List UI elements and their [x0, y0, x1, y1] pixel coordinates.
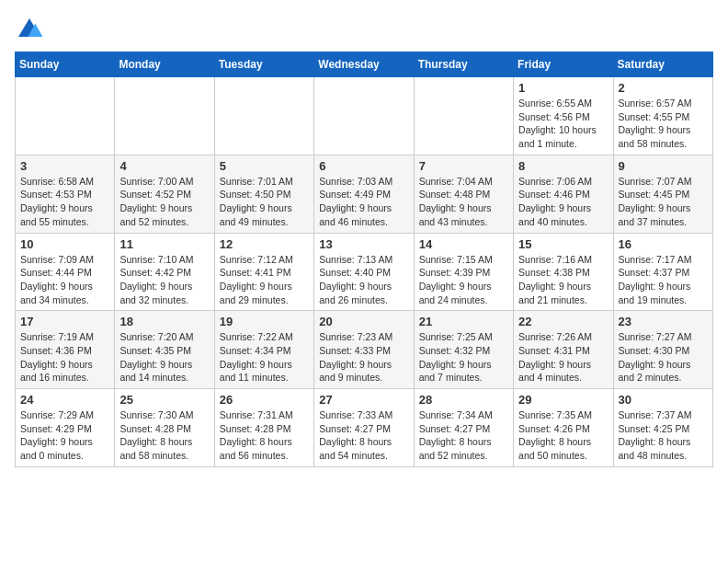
weekday-monday: Monday — [115, 52, 214, 77]
weekday-wednesday: Wednesday — [314, 52, 414, 77]
day-cell: 5Sunrise: 7:01 AMSunset: 4:50 PMDaylight… — [214, 155, 313, 233]
day-cell: 30Sunrise: 7:37 AMSunset: 4:25 PMDayligh… — [613, 389, 712, 467]
day-detail: Sunrise: 7:17 AMSunset: 4:37 PMDaylight:… — [619, 253, 708, 307]
day-number: 7 — [419, 159, 508, 173]
logo — [15, 15, 48, 40]
day-cell: 9Sunrise: 7:07 AMSunset: 4:45 PMDaylight… — [613, 155, 712, 233]
day-cell — [214, 77, 313, 155]
day-cell: 21Sunrise: 7:25 AMSunset: 4:32 PMDayligh… — [414, 311, 513, 389]
day-number: 9 — [619, 159, 708, 173]
day-detail: Sunrise: 7:06 AMSunset: 4:46 PMDaylight:… — [518, 175, 608, 229]
day-number: 26 — [220, 393, 309, 407]
day-cell: 24Sunrise: 7:29 AMSunset: 4:29 PMDayligh… — [16, 389, 115, 467]
day-number: 27 — [319, 393, 408, 407]
day-number: 21 — [419, 315, 508, 328]
day-cell: 11Sunrise: 7:10 AMSunset: 4:42 PMDayligh… — [115, 233, 214, 311]
day-number: 5 — [220, 159, 309, 173]
day-detail: Sunrise: 7:34 AMSunset: 4:27 PMDaylight:… — [419, 408, 508, 463]
day-cell: 2Sunrise: 6:57 AMSunset: 4:55 PMDaylight… — [613, 77, 712, 155]
day-number: 10 — [20, 237, 109, 251]
day-number: 2 — [619, 81, 708, 95]
day-detail: Sunrise: 7:01 AMSunset: 4:50 PMDaylight:… — [220, 175, 309, 229]
week-row-0: 1Sunrise: 6:55 AMSunset: 4:56 PMDaylight… — [16, 77, 713, 155]
day-detail: Sunrise: 7:27 AMSunset: 4:30 PMDaylight:… — [619, 330, 708, 385]
weekday-friday: Friday — [514, 52, 613, 77]
week-row-1: 3Sunrise: 6:58 AMSunset: 4:53 PMDaylight… — [16, 155, 713, 233]
day-number: 3 — [20, 159, 109, 173]
day-cell: 12Sunrise: 7:12 AMSunset: 4:41 PMDayligh… — [214, 233, 313, 311]
day-number: 25 — [119, 393, 209, 407]
day-cell — [414, 77, 513, 155]
day-cell: 8Sunrise: 7:06 AMSunset: 4:46 PMDaylight… — [514, 155, 613, 233]
day-detail: Sunrise: 7:10 AMSunset: 4:42 PMDaylight:… — [119, 253, 209, 307]
day-cell: 27Sunrise: 7:33 AMSunset: 4:27 PMDayligh… — [314, 389, 414, 467]
day-detail: Sunrise: 7:26 AMSunset: 4:31 PMDaylight:… — [518, 330, 608, 385]
day-cell: 28Sunrise: 7:34 AMSunset: 4:27 PMDayligh… — [414, 389, 513, 467]
weekday-sunday: Sunday — [16, 52, 115, 77]
day-number: 4 — [119, 159, 209, 173]
day-cell: 23Sunrise: 7:27 AMSunset: 4:30 PMDayligh… — [613, 311, 712, 389]
day-detail: Sunrise: 7:20 AMSunset: 4:35 PMDaylight:… — [119, 330, 209, 385]
day-detail: Sunrise: 7:33 AMSunset: 4:27 PMDaylight:… — [319, 408, 408, 463]
day-number: 11 — [119, 237, 209, 251]
day-detail: Sunrise: 7:37 AMSunset: 4:25 PMDaylight:… — [619, 408, 708, 463]
day-detail: Sunrise: 7:09 AMSunset: 4:44 PMDaylight:… — [20, 253, 109, 307]
day-cell: 6Sunrise: 7:03 AMSunset: 4:49 PMDaylight… — [314, 155, 414, 233]
week-row-2: 10Sunrise: 7:09 AMSunset: 4:44 PMDayligh… — [16, 233, 713, 311]
weekday-tuesday: Tuesday — [214, 52, 313, 77]
logo-icon — [15, 15, 44, 40]
day-detail: Sunrise: 6:57 AMSunset: 4:55 PMDaylight:… — [619, 97, 708, 151]
day-cell: 1Sunrise: 6:55 AMSunset: 4:56 PMDaylight… — [514, 77, 613, 155]
day-number: 16 — [619, 237, 708, 251]
page-header — [15, 15, 713, 40]
weekday-saturday: Saturday — [613, 52, 712, 77]
day-detail: Sunrise: 7:22 AMSunset: 4:34 PMDaylight:… — [220, 330, 309, 385]
day-detail: Sunrise: 7:15 AMSunset: 4:39 PMDaylight:… — [419, 253, 508, 307]
day-number: 28 — [419, 393, 508, 407]
day-cell: 13Sunrise: 7:13 AMSunset: 4:40 PMDayligh… — [314, 233, 414, 311]
day-detail: Sunrise: 7:12 AMSunset: 4:41 PMDaylight:… — [220, 253, 309, 307]
day-detail: Sunrise: 7:00 AMSunset: 4:52 PMDaylight:… — [119, 175, 209, 229]
day-detail: Sunrise: 7:35 AMSunset: 4:26 PMDaylight:… — [518, 408, 608, 463]
day-number: 29 — [518, 393, 608, 407]
day-cell: 3Sunrise: 6:58 AMSunset: 4:53 PMDaylight… — [16, 155, 115, 233]
day-detail: Sunrise: 6:58 AMSunset: 4:53 PMDaylight:… — [20, 175, 109, 229]
day-number: 23 — [619, 315, 708, 328]
day-detail: Sunrise: 7:30 AMSunset: 4:28 PMDaylight:… — [119, 408, 209, 463]
day-cell — [16, 77, 115, 155]
day-number: 18 — [119, 315, 209, 328]
day-number: 6 — [319, 159, 408, 173]
day-cell — [115, 77, 214, 155]
day-cell: 14Sunrise: 7:15 AMSunset: 4:39 PMDayligh… — [414, 233, 513, 311]
day-detail: Sunrise: 7:25 AMSunset: 4:32 PMDaylight:… — [419, 330, 508, 385]
day-cell — [314, 77, 414, 155]
day-detail: Sunrise: 7:29 AMSunset: 4:29 PMDaylight:… — [20, 408, 109, 463]
day-cell: 25Sunrise: 7:30 AMSunset: 4:28 PMDayligh… — [115, 389, 214, 467]
day-detail: Sunrise: 7:03 AMSunset: 4:49 PMDaylight:… — [319, 175, 408, 229]
day-number: 20 — [319, 315, 408, 328]
day-number: 12 — [220, 237, 309, 251]
day-number: 15 — [518, 237, 608, 251]
day-cell: 15Sunrise: 7:16 AMSunset: 4:38 PMDayligh… — [514, 233, 613, 311]
day-cell: 17Sunrise: 7:19 AMSunset: 4:36 PMDayligh… — [16, 311, 115, 389]
day-number: 13 — [319, 237, 408, 251]
week-row-3: 17Sunrise: 7:19 AMSunset: 4:36 PMDayligh… — [16, 311, 713, 389]
day-cell: 18Sunrise: 7:20 AMSunset: 4:35 PMDayligh… — [115, 311, 214, 389]
day-number: 8 — [518, 159, 608, 173]
day-detail: Sunrise: 7:31 AMSunset: 4:28 PMDaylight:… — [220, 408, 309, 463]
day-detail: Sunrise: 7:19 AMSunset: 4:36 PMDaylight:… — [20, 330, 109, 385]
day-number: 22 — [518, 315, 608, 328]
day-cell: 20Sunrise: 7:23 AMSunset: 4:33 PMDayligh… — [314, 311, 414, 389]
day-number: 17 — [20, 315, 109, 328]
week-row-4: 24Sunrise: 7:29 AMSunset: 4:29 PMDayligh… — [16, 389, 713, 467]
day-cell: 19Sunrise: 7:22 AMSunset: 4:34 PMDayligh… — [214, 311, 313, 389]
day-detail: Sunrise: 7:13 AMSunset: 4:40 PMDaylight:… — [319, 253, 408, 307]
day-cell: 10Sunrise: 7:09 AMSunset: 4:44 PMDayligh… — [16, 233, 115, 311]
day-cell: 16Sunrise: 7:17 AMSunset: 4:37 PMDayligh… — [613, 233, 712, 311]
day-cell: 26Sunrise: 7:31 AMSunset: 4:28 PMDayligh… — [214, 389, 313, 467]
day-cell: 22Sunrise: 7:26 AMSunset: 4:31 PMDayligh… — [514, 311, 613, 389]
day-number: 19 — [220, 315, 309, 328]
day-detail: Sunrise: 6:55 AMSunset: 4:56 PMDaylight:… — [518, 97, 608, 151]
day-detail: Sunrise: 7:04 AMSunset: 4:48 PMDaylight:… — [419, 175, 508, 229]
day-cell: 4Sunrise: 7:00 AMSunset: 4:52 PMDaylight… — [115, 155, 214, 233]
